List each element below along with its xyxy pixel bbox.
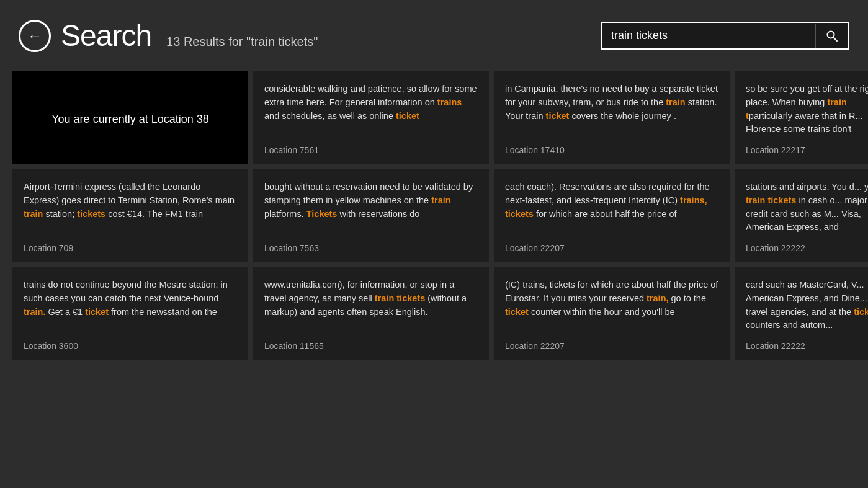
result-card[interactable]: each coach). Reservations are also requi… [494, 169, 730, 262]
card-text: stations and airports. You d... your tra… [746, 180, 868, 234]
card-location: Location 7561 [264, 145, 319, 155]
card-text: each coach). Reservations are also requi… [505, 180, 718, 221]
card-text: Airport-Termini express (called the Leon… [24, 180, 237, 221]
card-footer: Location 22222 [746, 340, 868, 352]
highlight-ticket: ticket [505, 307, 529, 317]
card-location: Location 22222 [746, 243, 805, 253]
card-body: (IC) trains, tickets for which are about… [505, 278, 718, 337]
highlight-ticket: ticket [396, 111, 419, 121]
card-content: stations and airports. You d... your tra… [746, 180, 868, 254]
card-body: in Campania, there's no need to buy a se… [505, 82, 718, 141]
card-content: considerable walking and patience, so al… [264, 82, 478, 156]
card-location: Location 3600 [24, 341, 78, 351]
back-icon: ← [27, 29, 42, 43]
highlight-trains-tickets: trains, tickets [505, 195, 707, 219]
page-header: ← Search 13 Results for "train tickets" [0, 0, 868, 65]
result-card[interactable]: bought without a reservation need to be … [253, 169, 489, 262]
result-card[interactable]: considerable walking and patience, so al… [253, 71, 489, 164]
card-content: each coach). Reservations are also requi… [505, 180, 718, 254]
card-body: each coach). Reservations are also requi… [505, 180, 718, 239]
card-content: trains do not continue beyond the Mestre… [24, 278, 237, 352]
card-location: Location 709 [24, 243, 73, 253]
card-footer: Location 7561 [264, 144, 478, 156]
highlight-tickets: tickets [77, 209, 105, 219]
search-icon [826, 30, 838, 42]
card-footer: Location 3600 [24, 340, 237, 352]
card-text: card such as MasterCard, V... American E… [746, 278, 868, 332]
card-location: Location 22217 [746, 145, 805, 155]
header-left: ← Search 13 Results for "train tickets" [19, 19, 318, 53]
highlight-tickets: Tickets [306, 209, 338, 219]
card-footer: Location 22222 [746, 242, 868, 254]
card-location: Location 11565 [264, 341, 324, 351]
card-footer: Location 11565 [264, 340, 478, 352]
result-card[interactable]: card such as MasterCard, V... American E… [735, 267, 868, 360]
highlight-ticket: ticket [546, 111, 570, 121]
card-content: card such as MasterCard, V... American E… [746, 278, 868, 352]
card-content: www.trenitalia.com), for information, or… [264, 278, 478, 352]
location-card[interactable]: You are currently at Location 38 [12, 71, 248, 164]
result-card[interactable]: trains do not continue beyond the Mestre… [12, 267, 248, 360]
result-card[interactable]: (IC) trains, tickets for which are about… [494, 267, 730, 360]
highlight-train: train [431, 195, 450, 205]
highlight-train: train, [647, 293, 668, 303]
card-body: www.trenitalia.com), for information, or… [264, 278, 478, 337]
card-location: Location 22207 [505, 341, 565, 351]
card-body: trains do not continue beyond the Mestre… [24, 278, 237, 337]
card-location: Location 7563 [264, 243, 319, 253]
card-footer: Location 22207 [505, 242, 718, 254]
card-text: www.trenitalia.com), for information, or… [264, 278, 478, 319]
card-body: card such as MasterCard, V... American E… [746, 278, 868, 337]
card-footer: Location 22217 [746, 144, 868, 156]
card-text: considerable walking and patience, so al… [264, 82, 478, 123]
page-title: Search [61, 19, 151, 53]
card-footer: Location 22207 [505, 340, 718, 352]
result-card[interactable]: so be sure you get off at the right plac… [735, 71, 868, 164]
card-location: Location 22207 [505, 243, 565, 253]
svg-line-1 [834, 37, 838, 41]
search-button[interactable] [815, 24, 848, 48]
card-body: considerable walking and patience, so al… [264, 82, 478, 141]
card-text: (IC) trains, tickets for which are about… [505, 278, 718, 319]
card-footer: Location 709 [24, 242, 237, 254]
card-location: Location 17410 [505, 145, 565, 155]
card-content: in Campania, there's no need to buy a se… [505, 82, 718, 156]
card-footer: Location 7563 [264, 242, 478, 254]
highlight-train-tickets: train tickets [375, 293, 425, 303]
card-location: Location 22222 [746, 341, 805, 351]
card-content: so be sure you get off at the right plac… [746, 82, 868, 156]
search-box [601, 22, 849, 50]
highlight-train: train [666, 97, 685, 107]
card-content: Airport-Termini express (called the Leon… [24, 180, 237, 254]
result-card[interactable]: stations and airports. You d... your tra… [735, 169, 868, 262]
highlight-train: train. [24, 307, 45, 317]
card-text: so be sure you get off at the right plac… [746, 82, 868, 136]
card-body: so be sure you get off at the right plac… [746, 82, 868, 141]
highlight-ticket: ticket [85, 307, 109, 317]
card-body: bought without a reservation need to be … [264, 180, 478, 239]
card-text: trains do not continue beyond the Mestre… [24, 278, 237, 319]
card-footer: Location 17410 [505, 144, 718, 156]
highlight-ticket: ticket [854, 307, 868, 317]
highlight-train-tickets: train tickets [746, 195, 796, 205]
card-text: bought without a reservation need to be … [264, 180, 478, 221]
back-button[interactable]: ← [19, 20, 51, 52]
highlight-train-t: train t [746, 97, 847, 121]
result-card[interactable]: www.trenitalia.com), for information, or… [253, 267, 489, 360]
card-body: stations and airports. You d... your tra… [746, 180, 868, 239]
result-card[interactable]: in Campania, there's no need to buy a se… [494, 71, 730, 164]
search-input[interactable] [602, 23, 815, 48]
highlight-trains: trains [437, 97, 462, 107]
result-card[interactable]: Airport-Termini express (called the Leon… [12, 169, 248, 262]
highlight-train: train [24, 209, 43, 219]
card-content: (IC) trains, tickets for which are about… [505, 278, 718, 352]
card-body: Airport-Termini express (called the Leon… [24, 180, 237, 239]
card-content: bought without a reservation need to be … [264, 180, 478, 254]
card-text: in Campania, there's no need to buy a se… [505, 82, 718, 123]
results-grid: You are currently at Location 38 conside… [0, 65, 868, 360]
current-location-text: You are currently at Location 38 [51, 113, 209, 126]
results-count: 13 Results for "train tickets" [166, 35, 318, 53]
